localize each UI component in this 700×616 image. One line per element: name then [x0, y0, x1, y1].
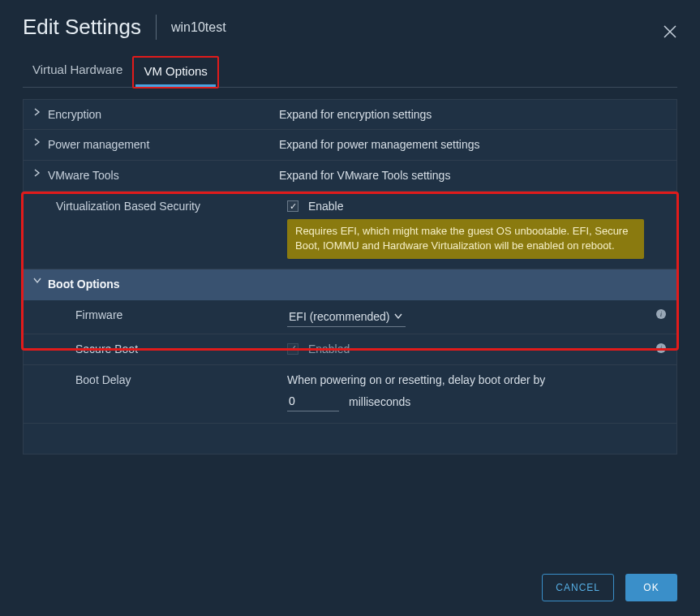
row-label: Secure Boot — [56, 341, 287, 355]
vbs-enable-checkbox[interactable] — [287, 200, 298, 212]
edit-settings-dialog: Edit Settings win10test Virtual Hardware… — [0, 0, 700, 616]
tab-virtual-hardware[interactable]: Virtual Hardware — [23, 56, 132, 87]
row-virtualization-based-security: Virtualization Based Security Enable Req… — [23, 192, 677, 269]
row-value: Enabled — [287, 341, 668, 355]
row-label: Power management — [48, 136, 279, 151]
firmware-select[interactable]: EFI (recommended) — [287, 308, 406, 327]
ok-button[interactable]: OK — [625, 574, 677, 601]
info-icon[interactable]: i — [655, 342, 667, 354]
checkbox-label: Enable — [308, 200, 344, 213]
row-desc: Expand for VMware Tools settings — [279, 167, 668, 182]
row-label: VMware Tools — [48, 167, 279, 182]
chevron-right-icon — [32, 106, 43, 116]
row-label: Encryption — [48, 106, 279, 121]
chevron-right-icon — [32, 136, 43, 146]
row-value: Enable Requires EFI, which might make th… — [287, 198, 668, 259]
row-secure-boot: Secure Boot Enabled i — [23, 334, 677, 365]
boot-delay-input[interactable] — [287, 393, 339, 411]
dialog-header: Edit Settings win10test — [0, 0, 700, 48]
info-icon[interactable]: i — [655, 308, 667, 320]
select-value: EFI (recommended) — [289, 310, 389, 323]
secure-boot-checkbox — [287, 343, 298, 355]
close-icon[interactable] — [663, 24, 677, 39]
row-label: Firmware — [56, 307, 287, 321]
row-power-management[interactable]: Power management Expand for power manage… — [23, 130, 677, 161]
row-label: Boot Delay — [56, 372, 287, 386]
cancel-button[interactable]: CANCEL — [542, 574, 614, 601]
row-label: Virtualization Based Security — [56, 198, 287, 213]
row-firmware: Firmware EFI (recommended) i — [23, 300, 677, 334]
checkbox-label: Enabled — [308, 342, 350, 355]
chevron-right-icon — [32, 167, 43, 177]
dialog-title: Edit Settings — [23, 15, 157, 40]
tab-vm-options[interactable]: VM Options — [135, 59, 215, 87]
highlight-tab-vm-options: VM Options — [132, 56, 218, 88]
chevron-down-icon — [394, 312, 402, 321]
tabs: Virtual Hardware VM Options — [23, 56, 677, 88]
boot-delay-desc: When powering on or resetting, delay boo… — [287, 373, 668, 386]
row-boot-options[interactable]: Boot Options — [23, 269, 677, 300]
row-boot-delay: Boot Delay When powering on or resetting… — [23, 365, 677, 424]
row-desc: Expand for power management settings — [279, 136, 668, 151]
dialog-footer: CANCEL OK — [542, 574, 677, 601]
row-label: Boot Options — [48, 276, 279, 291]
vbs-warning: Requires EFI, which might make the guest… — [287, 219, 644, 258]
chevron-down-icon — [32, 276, 43, 284]
settings-panel: Encryption Expand for encryption setting… — [23, 99, 677, 454]
boot-delay-unit: milliseconds — [349, 395, 410, 408]
row-partial — [23, 424, 677, 454]
row-value: When powering on or resetting, delay boo… — [287, 372, 668, 411]
row-desc: Expand for encryption settings — [279, 106, 668, 121]
vm-name: win10test — [157, 20, 226, 35]
row-value: EFI (recommended) — [287, 307, 668, 327]
row-encryption[interactable]: Encryption Expand for encryption setting… — [23, 99, 677, 130]
row-vmware-tools[interactable]: VMware Tools Expand for VMware Tools set… — [23, 161, 677, 192]
